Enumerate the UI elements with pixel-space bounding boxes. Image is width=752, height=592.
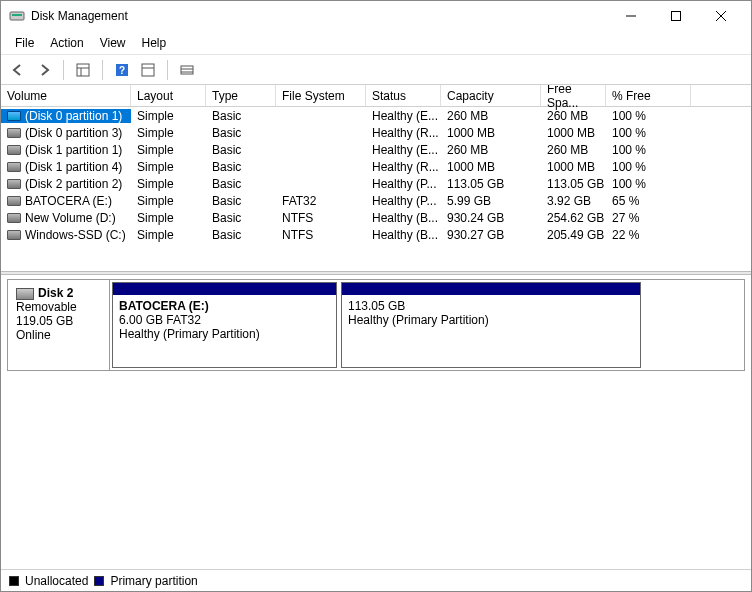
cell: 65 %: [606, 194, 691, 208]
cell: 5.99 GB: [441, 194, 541, 208]
cell: 930.27 GB: [441, 228, 541, 242]
volume-row[interactable]: (Disk 1 partition 1)SimpleBasicHealthy (…: [1, 141, 751, 158]
cell: Simple: [131, 211, 206, 225]
cell: NTFS: [276, 211, 366, 225]
cell: Simple: [131, 143, 206, 157]
partition-body: BATOCERA (E:)6.00 GB FAT32Healthy (Prima…: [113, 295, 336, 367]
cell: Basic: [206, 160, 276, 174]
cell: Basic: [206, 211, 276, 225]
back-button[interactable]: [7, 59, 29, 81]
volume-row[interactable]: Windows-SSD (C:)SimpleBasicNTFSHealthy (…: [1, 226, 751, 243]
cell: 1000 MB: [541, 160, 606, 174]
volume-icon: [7, 196, 21, 206]
col-type[interactable]: Type: [206, 85, 276, 106]
list-button[interactable]: [176, 59, 198, 81]
volume-icon: [7, 128, 21, 138]
partition-title: BATOCERA (E:): [119, 299, 330, 313]
svg-rect-6: [77, 64, 89, 76]
cell: (Disk 0 partition 1): [1, 109, 131, 123]
close-button[interactable]: [698, 2, 743, 30]
cell: Basic: [206, 228, 276, 242]
toolbar-sep: [167, 60, 168, 80]
col-status[interactable]: Status: [366, 85, 441, 106]
svg-rect-11: [142, 64, 154, 76]
title-bar: Disk Management: [1, 1, 751, 31]
minimize-button[interactable]: [608, 2, 653, 30]
cell: NTFS: [276, 228, 366, 242]
legend: Unallocated Primary partition: [1, 569, 751, 591]
toolbar: ?: [1, 55, 751, 85]
cell: (Disk 0 partition 3): [1, 126, 131, 140]
forward-button[interactable]: [33, 59, 55, 81]
menu-action[interactable]: Action: [42, 34, 91, 52]
cell: Healthy (R...: [366, 160, 441, 174]
volume-icon: [7, 230, 21, 240]
volume-row[interactable]: (Disk 0 partition 1)SimpleBasicHealthy (…: [1, 107, 751, 124]
partition-color-bar: [113, 283, 336, 295]
cell: Healthy (P...: [366, 177, 441, 191]
volume-icon: [7, 162, 21, 172]
volume-row[interactable]: (Disk 2 partition 2)SimpleBasicHealthy (…: [1, 175, 751, 192]
cell: Healthy (R...: [366, 126, 441, 140]
volume-header-row: Volume Layout Type File System Status Ca…: [1, 85, 751, 107]
disk-graphic-pane[interactable]: Disk 2 Removable 119.05 GB Online BATOCE…: [1, 275, 751, 383]
disk-row[interactable]: Disk 2 Removable 119.05 GB Online BATOCE…: [7, 279, 745, 371]
col-filesystem[interactable]: File System: [276, 85, 366, 106]
cell: 1000 MB: [441, 126, 541, 140]
col-layout[interactable]: Layout: [131, 85, 206, 106]
svg-rect-1: [12, 14, 22, 16]
svg-rect-3: [671, 12, 680, 21]
cell: Healthy (P...: [366, 194, 441, 208]
show-hide-tree-button[interactable]: [72, 59, 94, 81]
volume-list[interactable]: Volume Layout Type File System Status Ca…: [1, 85, 751, 271]
volume-row[interactable]: (Disk 0 partition 3)SimpleBasicHealthy (…: [1, 124, 751, 141]
cell: 1000 MB: [541, 126, 606, 140]
volume-row[interactable]: (Disk 1 partition 4)SimpleBasicHealthy (…: [1, 158, 751, 175]
menu-view[interactable]: View: [92, 34, 134, 52]
cell: Simple: [131, 228, 206, 242]
menu-bar: File Action View Help: [1, 31, 751, 55]
volume-row[interactable]: BATOCERA (E:)SimpleBasicFAT32Healthy (P.…: [1, 192, 751, 209]
cell: Simple: [131, 126, 206, 140]
volume-row[interactable]: New Volume (D:)SimpleBasicNTFSHealthy (B…: [1, 209, 751, 226]
partition[interactable]: 113.05 GBHealthy (Primary Partition): [341, 282, 641, 368]
col-capacity[interactable]: Capacity: [441, 85, 541, 106]
disk-kind: Removable: [16, 300, 101, 314]
disk-state: Online: [16, 328, 101, 342]
cell: (Disk 2 partition 2): [1, 177, 131, 191]
disk-label[interactable]: Disk 2 Removable 119.05 GB Online: [8, 280, 110, 370]
cell: 100 %: [606, 143, 691, 157]
col-volume[interactable]: Volume: [1, 85, 131, 106]
menu-help[interactable]: Help: [134, 34, 175, 52]
cell: Healthy (E...: [366, 109, 441, 123]
volume-icon: [7, 179, 21, 189]
cell: Basic: [206, 126, 276, 140]
cell: Basic: [206, 177, 276, 191]
cell: 113.05 GB: [541, 177, 606, 191]
disk-icon: [16, 288, 34, 300]
partition-body: 113.05 GBHealthy (Primary Partition): [342, 295, 640, 367]
cell: Simple: [131, 194, 206, 208]
col-free[interactable]: Free Spa...: [541, 85, 606, 106]
cell: 1000 MB: [441, 160, 541, 174]
cell: 100 %: [606, 126, 691, 140]
cell: 100 %: [606, 109, 691, 123]
settings-button[interactable]: [137, 59, 159, 81]
cell: 260 MB: [541, 143, 606, 157]
svg-text:?: ?: [119, 65, 125, 76]
spacer: [1, 383, 751, 569]
volume-icon: [7, 111, 21, 121]
toolbar-sep: [102, 60, 103, 80]
cell: 254.62 GB: [541, 211, 606, 225]
cell: 260 MB: [441, 143, 541, 157]
partition[interactable]: BATOCERA (E:)6.00 GB FAT32Healthy (Prima…: [112, 282, 337, 368]
help-button[interactable]: ?: [111, 59, 133, 81]
cell: Basic: [206, 109, 276, 123]
toolbar-sep: [63, 60, 64, 80]
cell: BATOCERA (E:): [1, 194, 131, 208]
menu-file[interactable]: File: [7, 34, 42, 52]
disk-name: Disk 2: [38, 286, 73, 300]
cell: 3.92 GB: [541, 194, 606, 208]
maximize-button[interactable]: [653, 2, 698, 30]
col-pctfree[interactable]: % Free: [606, 85, 691, 106]
